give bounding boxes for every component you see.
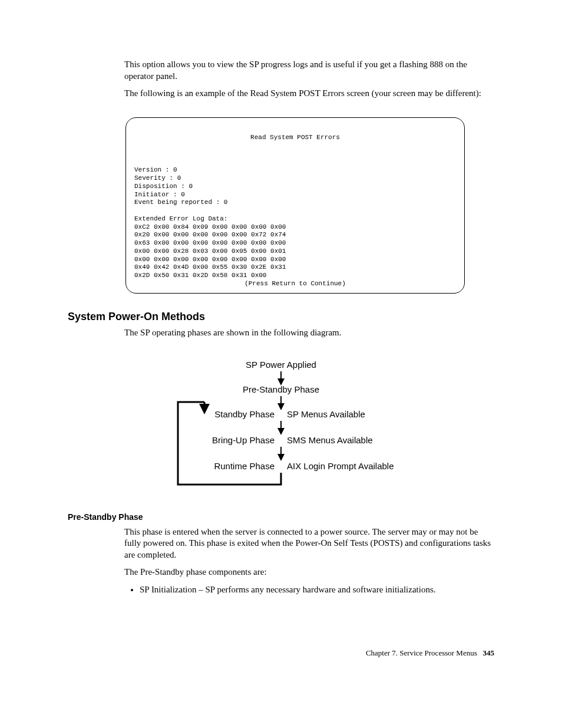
phase-runtime-right: AIX Login Prompt Available: [287, 461, 394, 471]
terminal-log-row: 0x00 0x00 0x00 0x00 0x00 0x00 0x00 0x00: [134, 256, 286, 263]
terminal-continue-prompt: (Press Return to Continue): [134, 280, 456, 288]
section-title-system-power-on: System Power-On Methods: [68, 310, 494, 324]
terminal-log-row: 0x20 0x00 0x00 0x00 0x00 0x00 0x72 0x74: [134, 231, 286, 238]
terminal-log-heading: Extended Error Log Data:: [134, 215, 227, 222]
terminal-log-row: 0x63 0x00 0x00 0x00 0x00 0x00 0x00 0x00: [134, 239, 286, 246]
terminal-val-severity: 0: [177, 174, 181, 182]
subsection-pre-standby: Pre-Standby Phase: [68, 512, 494, 522]
list-item: SP Initialization – SP performs any nece…: [140, 584, 494, 596]
terminal-label-initiator: Initiator: [134, 191, 169, 198]
phase-bringup-right: SMS Menus Available: [287, 435, 373, 445]
terminal-label-disposition: Disposition: [134, 183, 177, 190]
terminal-val-version: 0: [173, 166, 177, 173]
phase-diagram: SP Power Applied Pre-Standby Phase Stand…: [68, 356, 494, 492]
terminal-log-row: 0x2D 0x50 0x31 0x2D 0x58 0x31 0x00: [134, 272, 266, 279]
footer-page-number: 345: [483, 648, 495, 657]
intro-paragraph-1: This option allows you to view the SP pr…: [124, 59, 494, 82]
terminal-title: Read System POST Errors: [134, 134, 456, 142]
phase-standby-left: Standby Phase: [214, 409, 275, 419]
terminal-label-event: Event being reported: [134, 199, 212, 206]
phase-bringup-left: Bring-Up Phase: [212, 435, 275, 445]
intro-paragraph-2: The following is an example of the Read …: [124, 88, 494, 100]
phase-standby-right: SP Menus Available: [287, 409, 365, 419]
footer-chapter: Chapter 7.: [366, 648, 398, 657]
terminal-label-severity: Severity: [134, 174, 166, 182]
pre-standby-paragraph-1: This phase is entered when the server is…: [124, 526, 494, 561]
terminal-window: Read System POST Errors Version : 0 Seve…: [125, 117, 465, 294]
page-footer: Chapter 7. Service Processor Menus 345: [68, 648, 494, 658]
phases-lead-paragraph: The SP operating phases are shown in the…: [124, 327, 494, 339]
footer-title: Service Processor Menus: [399, 648, 477, 657]
phase-sp-power-applied: SP Power Applied: [246, 360, 316, 370]
terminal-log-row: 0x00 0x00 0x28 0x03 0x00 0x05 0x00 0x01: [134, 248, 286, 255]
phase-pre-standby: Pre-Standby Phase: [243, 384, 319, 394]
terminal-val-disposition: 0: [189, 183, 193, 190]
phase-runtime-left: Runtime Phase: [214, 461, 275, 471]
terminal-log-row: 0xC2 0x00 0x84 0x09 0x00 0x00 0x00 0x00: [134, 223, 286, 230]
terminal-label-version: Version: [134, 166, 161, 173]
terminal-log-row: 0x49 0x42 0x4D 0x00 0x55 0x30 0x2E 0x31: [134, 263, 286, 271]
terminal-val-initiator: 0: [181, 191, 185, 198]
terminal-val-event: 0: [224, 199, 228, 206]
pre-standby-paragraph-2: The Pre-Standby phase components are:: [124, 566, 494, 578]
